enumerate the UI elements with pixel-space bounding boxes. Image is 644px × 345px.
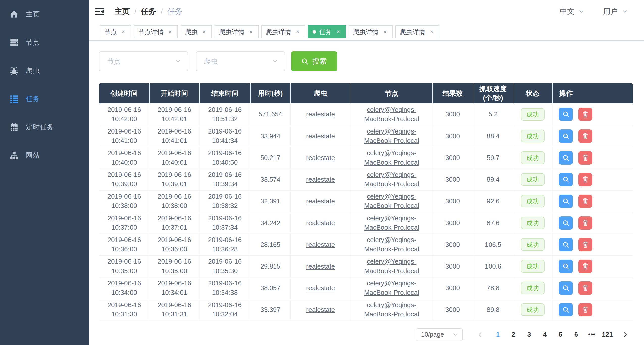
tab-close-icon[interactable]: × <box>167 28 173 35</box>
delete-task-button[interactable] <box>578 238 592 251</box>
view-task-button[interactable] <box>559 129 573 143</box>
page-button-3[interactable]: 3 <box>521 328 537 341</box>
column-header: 爬虫 <box>291 83 351 103</box>
search-button[interactable]: 搜索 <box>291 51 337 71</box>
page-more-button[interactable]: ••• <box>584 328 600 341</box>
node-link[interactable]: celery@Yeqings-MacBook-Pro.local <box>364 279 419 296</box>
spider-link[interactable]: realestate <box>306 132 335 140</box>
prev-page-button[interactable] <box>472 328 488 341</box>
sidebar-item-schedules[interactable]: 定时任务 <box>0 113 89 141</box>
spider-filter-select[interactable]: 爬虫 <box>196 51 285 71</box>
view-task-button[interactable] <box>559 216 573 230</box>
chevron-down-icon <box>272 58 278 64</box>
cell-status: 成功 <box>513 234 552 255</box>
bug-icon <box>9 66 19 75</box>
page-button-5[interactable]: 5 <box>553 328 568 341</box>
delete-task-button[interactable] <box>578 303 592 316</box>
tab-0[interactable]: 节点 × <box>100 25 131 38</box>
delete-task-button[interactable] <box>578 173 592 186</box>
tab-close-icon[interactable]: × <box>248 28 254 35</box>
view-task-button[interactable] <box>559 303 573 316</box>
cell-started: 2019-06-16 10:31:31 <box>149 299 199 321</box>
sidebar-item-spiders[interactable]: 爬虫 <box>0 57 89 85</box>
tab-close-icon[interactable]: × <box>382 28 388 35</box>
language-dropdown[interactable]: 中文 <box>560 7 584 17</box>
next-page-button[interactable] <box>617 328 633 341</box>
tab-2[interactable]: 爬虫 × <box>181 25 212 38</box>
tab-close-icon[interactable]: × <box>429 28 435 35</box>
cell-started: 2019-06-16 10:40:01 <box>149 147 199 169</box>
tab-4[interactable]: 爬虫详情 × <box>261 25 305 38</box>
cell-finished: 2019-06-16 10:37:34 <box>199 212 250 234</box>
chevron-down-icon <box>175 58 181 64</box>
tab-3[interactable]: 爬虫详情 × <box>215 25 259 38</box>
node-link[interactable]: celery@Yeqings-MacBook-Pro.local <box>364 236 419 253</box>
delete-task-button[interactable] <box>578 195 592 208</box>
spider-link[interactable]: realestate <box>306 176 335 183</box>
view-task-button[interactable] <box>559 173 573 186</box>
spider-link[interactable]: realestate <box>306 284 335 292</box>
page-button-4[interactable]: 4 <box>537 328 553 341</box>
sidebar-item-sites[interactable]: 网站 <box>0 141 89 170</box>
page-button-2[interactable]: 2 <box>506 328 521 341</box>
spider-filter-placeholder: 爬虫 <box>204 57 218 66</box>
page-size-select[interactable]: 10/page <box>416 328 463 341</box>
breadcrumb: 主页/任务/任务 <box>115 6 183 17</box>
node-link[interactable]: celery@Yeqings-MacBook-Pro.local <box>364 301 419 318</box>
hamburger-icon[interactable] <box>94 7 105 16</box>
spider-link[interactable]: realestate <box>306 219 335 227</box>
view-task-button[interactable] <box>559 260 573 273</box>
sidebar-item-home[interactable]: 主页 <box>0 0 89 28</box>
page-button-6[interactable]: 6 <box>568 328 584 341</box>
delete-task-button[interactable] <box>578 108 592 121</box>
tab-1[interactable]: 节点详情 × <box>134 25 178 38</box>
view-task-button[interactable] <box>559 195 573 208</box>
sidebar-item-tasks[interactable]: 任务 <box>0 85 89 113</box>
tab-5[interactable]: 任务 × <box>308 25 346 38</box>
node-link[interactable]: celery@Yeqings-MacBook-Pro.local <box>364 149 419 166</box>
search-icon <box>301 58 309 65</box>
column-header: 结果数 <box>432 83 473 103</box>
tab-close-icon[interactable]: × <box>201 28 207 35</box>
view-task-button[interactable] <box>559 151 573 165</box>
page-button-121[interactable]: 121 <box>600 328 615 341</box>
breadcrumb-item[interactable]: 任务 <box>141 6 156 17</box>
spider-link[interactable]: realestate <box>306 197 335 205</box>
delete-task-button[interactable] <box>578 216 592 230</box>
spider-link[interactable]: realestate <box>306 241 335 248</box>
tab-close-icon[interactable]: × <box>295 28 301 35</box>
tab-6[interactable]: 爬虫详情 × <box>349 25 393 38</box>
tab-label: 爬虫详情 <box>266 28 291 36</box>
cell-node: celery@Yeqings-MacBook-Pro.local <box>351 234 432 255</box>
node-filter-select[interactable]: 节点 <box>99 51 188 71</box>
spider-link[interactable]: realestate <box>306 306 335 313</box>
cell-created: 2019-06-16 10:35:00 <box>99 255 149 277</box>
tab-close-icon[interactable]: × <box>120 28 126 35</box>
view-task-button[interactable] <box>559 281 573 295</box>
view-task-button[interactable] <box>559 108 573 121</box>
view-task-button[interactable] <box>559 238 573 251</box>
node-link[interactable]: celery@Yeqings-MacBook-Pro.local <box>364 127 419 144</box>
sidebar-item-label: 爬虫 <box>26 66 40 75</box>
node-link[interactable]: celery@Yeqings-MacBook-Pro.local <box>364 258 419 275</box>
cell-results: 3000 <box>432 299 473 321</box>
delete-task-button[interactable] <box>578 260 592 273</box>
spider-link[interactable]: realestate <box>306 262 335 270</box>
user-dropdown[interactable]: 用户 <box>603 7 628 17</box>
node-link[interactable]: celery@Yeqings-MacBook-Pro.local <box>364 214 419 231</box>
breadcrumb-item[interactable]: 主页 <box>115 6 130 17</box>
cell-duration: 32.391 <box>250 190 291 212</box>
page-button-1[interactable]: 1 <box>490 328 506 341</box>
delete-task-button[interactable] <box>578 281 592 295</box>
sidebar-item-nodes[interactable]: 节点 <box>0 28 89 57</box>
delete-task-button[interactable] <box>578 151 592 165</box>
tab-close-icon[interactable]: × <box>335 28 341 35</box>
node-link[interactable]: celery@Yeqings-MacBook-Pro.local <box>364 106 419 123</box>
tab-label: 爬虫 <box>185 28 198 36</box>
spider-link[interactable]: realestate <box>306 154 335 162</box>
delete-task-button[interactable] <box>578 129 592 143</box>
node-link[interactable]: celery@Yeqings-MacBook-Pro.local <box>364 193 419 209</box>
spider-link[interactable]: realestate <box>306 110 335 118</box>
node-link[interactable]: celery@Yeqings-MacBook-Pro.local <box>364 171 419 188</box>
tab-7[interactable]: 爬虫详情 × <box>395 25 439 38</box>
